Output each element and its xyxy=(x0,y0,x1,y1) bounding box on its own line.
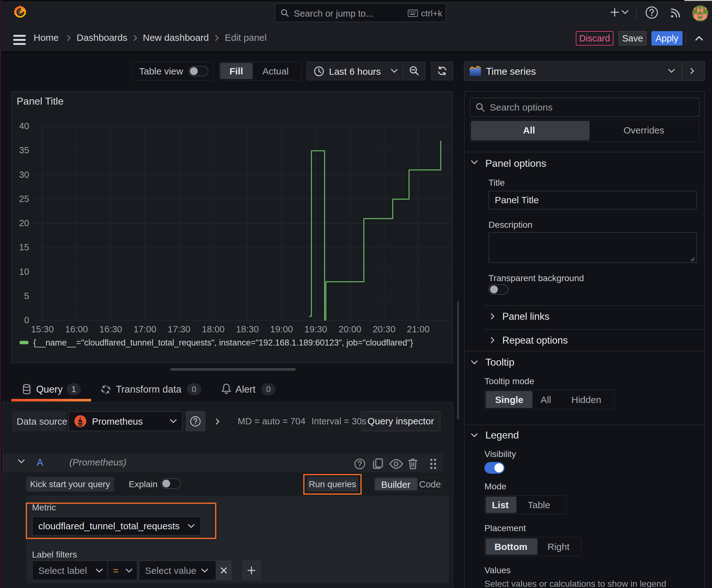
svg-text:20:30: 20:30 xyxy=(373,324,395,334)
svg-text:0: 0 xyxy=(24,315,29,325)
svg-text:18:30: 18:30 xyxy=(236,324,259,334)
svg-text:20:00: 20:00 xyxy=(339,324,361,334)
svg-text:19:00: 19:00 xyxy=(270,324,293,334)
svg-text:5: 5 xyxy=(24,291,29,301)
svg-text:15:30: 15:30 xyxy=(31,324,54,334)
svg-text:30: 30 xyxy=(19,170,29,180)
svg-text:15: 15 xyxy=(19,242,29,252)
svg-text:19:30: 19:30 xyxy=(304,324,327,334)
svg-text:18:00: 18:00 xyxy=(202,324,225,334)
svg-text:16:00: 16:00 xyxy=(65,324,88,334)
svg-text:40: 40 xyxy=(19,121,29,131)
svg-text:17:30: 17:30 xyxy=(168,324,191,334)
svg-text:25: 25 xyxy=(19,194,29,204)
svg-text:21:00: 21:00 xyxy=(407,324,430,334)
svg-text:16:30: 16:30 xyxy=(99,324,122,334)
svg-text:35: 35 xyxy=(19,145,29,155)
svg-text:17:00: 17:00 xyxy=(133,324,156,334)
svg-text:20: 20 xyxy=(19,218,29,228)
svg-text:10: 10 xyxy=(19,267,29,277)
